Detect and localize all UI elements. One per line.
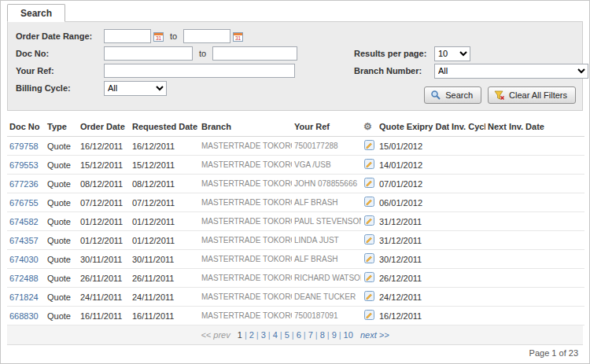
doc-no-link[interactable]: 679553 (7, 156, 45, 175)
billing-cycle-label: Billing Cycle: (16, 83, 104, 93)
table-row: 668830 Quote 16/11/2011 16/11/2011 MASTE… (7, 307, 584, 325)
doc-no-link[interactable]: 676755 (7, 193, 45, 212)
col-quote-expiry-date[interactable]: Quote Exipry Date (377, 117, 449, 137)
quote-expiry-cell: 26/12/2011 (377, 269, 449, 288)
doc-no-from-input[interactable] (104, 46, 193, 61)
doc-no-link[interactable]: 671824 (7, 288, 45, 307)
quote-expiry-cell: 31/12/2011 (377, 231, 449, 250)
doc-no-link[interactable]: 674030 (7, 250, 45, 269)
your-ref-label: Your Ref: (16, 66, 104, 75)
edit-icon-cell[interactable] (361, 269, 377, 288)
page-separator: | (280, 330, 282, 340)
type-cell: Quote (45, 307, 78, 325)
edit-note-icon[interactable] (364, 253, 374, 263)
edit-note-icon[interactable] (364, 234, 374, 245)
table-row: 679758 Quote 16/12/2011 16/12/2011 MASTE… (7, 137, 584, 156)
table-row: 674582 Quote 01/12/2011 01/12/2011 MASTE… (7, 212, 584, 231)
col-requested-date[interactable]: Requested Date (130, 117, 199, 137)
quote-expiry-cell: 24/12/2011 (377, 288, 449, 307)
edit-icon-cell[interactable] (361, 193, 377, 212)
quote-expiry-cell: 15/01/2012 (377, 137, 449, 156)
page-number-10[interactable]: 10 (344, 330, 353, 340)
edit-note-icon[interactable] (364, 215, 374, 226)
edit-icon-cell[interactable] (361, 288, 377, 307)
order-date-to-input[interactable] (183, 29, 230, 43)
doc-no-link[interactable]: 674582 (7, 212, 45, 231)
search-icon (430, 90, 441, 101)
page-number-3[interactable]: 3 (261, 330, 266, 340)
edit-icon-cell[interactable] (361, 156, 377, 175)
edit-note-icon[interactable] (364, 159, 374, 169)
requested-date-cell: 15/12/2011 (130, 156, 199, 175)
edit-note-icon[interactable] (364, 291, 374, 301)
page-number-2[interactable]: 2 (249, 330, 254, 340)
page-number-8[interactable]: 8 (320, 330, 325, 340)
results-per-page-select[interactable]: 10 (434, 46, 470, 61)
col-inv-cycle[interactable]: Inv. Cycle (449, 117, 485, 137)
page-number-9[interactable]: 9 (332, 330, 337, 340)
edit-icon-cell[interactable] (361, 250, 377, 269)
edit-note-icon[interactable] (364, 178, 374, 188)
page-separator: | (268, 330, 271, 340)
edit-icon-cell[interactable] (361, 307, 377, 325)
filter-buttons: Search Clear All Filters (424, 86, 576, 104)
order-date-cell: 24/11/2011 (78, 288, 130, 307)
edit-note-icon[interactable] (364, 197, 374, 207)
col-type[interactable]: Type (45, 117, 78, 137)
branch-cell: MASTERTRADE TOKOROA (199, 307, 292, 325)
your-ref-input[interactable] (104, 64, 295, 78)
doc-no-link[interactable]: 672488 (7, 269, 45, 288)
your-ref-cell: 7500177288 (292, 137, 361, 156)
edit-note-icon[interactable] (364, 310, 374, 320)
next-inv-date-cell (485, 250, 584, 269)
page-separator: | (245, 330, 247, 340)
edit-icon-cell[interactable] (361, 231, 377, 250)
doc-no-link[interactable]: 668830 (7, 307, 45, 325)
page-number-1[interactable]: 1 (238, 330, 242, 340)
page-number-7[interactable]: 7 (308, 330, 313, 340)
page-number-6[interactable]: 6 (297, 330, 301, 340)
col-order-date[interactable]: Order Date (78, 117, 130, 137)
doc-no-row: Doc No: to Results per page: 10 (16, 45, 574, 62)
calendar-icon[interactable]: 31 (233, 31, 243, 42)
search-window: Search Order Date Range: 31 to 31 Doc No… (0, 0, 590, 364)
pagination-next[interactable]: next >> (360, 330, 389, 340)
billing-cycle-select[interactable]: All (104, 81, 167, 96)
clear-all-filters-button[interactable]: Clear All Filters (488, 86, 576, 104)
doc-no-link[interactable]: 674357 (7, 231, 45, 250)
type-cell: Quote (45, 193, 78, 212)
tab-search[interactable]: Search (7, 4, 65, 22)
type-cell: Quote (45, 156, 78, 175)
page-number-4[interactable]: 4 (273, 330, 278, 340)
order-date-to-word: to (170, 31, 177, 41)
doc-no-to-input[interactable] (212, 46, 297, 61)
requested-date-cell: 08/12/2011 (130, 175, 199, 193)
order-date-cell: 07/12/2011 (78, 193, 130, 212)
next-inv-date-cell (485, 231, 584, 250)
order-date-cell: 30/11/2011 (78, 250, 130, 269)
branch-cell: MASTERTRADE TOKOROA (199, 175, 292, 193)
col-next-inv-date[interactable]: Next Inv. Date (485, 117, 584, 137)
branch-cell: MASTERTRADE TOKOROA (199, 137, 292, 156)
next-inv-date-cell (485, 212, 584, 231)
calendar-icon[interactable]: 31 (153, 31, 164, 42)
edit-note-icon[interactable] (364, 140, 374, 150)
search-button[interactable]: Search (424, 86, 481, 104)
edit-icon-cell[interactable] (361, 137, 377, 156)
col-your-ref[interactable]: Your Ref (292, 117, 361, 137)
branch-number-select[interactable]: All (434, 64, 588, 79)
col-doc-no[interactable]: Doc No (7, 117, 45, 137)
inv-cycle-cell (449, 250, 485, 269)
branch-cell: MASTERTRADE TOKOROA (199, 250, 292, 269)
col-branch[interactable]: Branch (199, 117, 292, 137)
table-row: 672488 Quote 26/11/2011 26/11/2011 MASTE… (7, 269, 584, 288)
doc-no-link[interactable]: 679758 (7, 137, 45, 156)
pagination-prev[interactable]: << prev (201, 330, 230, 340)
order-date-from-input[interactable] (104, 29, 151, 43)
page-number-5[interactable]: 5 (285, 330, 289, 340)
doc-no-link[interactable]: 677236 (7, 175, 45, 193)
edit-note-icon[interactable] (364, 272, 374, 282)
gear-icon[interactable]: ⚙ (363, 121, 372, 132)
edit-icon-cell[interactable] (361, 175, 377, 193)
edit-icon-cell[interactable] (361, 212, 377, 231)
